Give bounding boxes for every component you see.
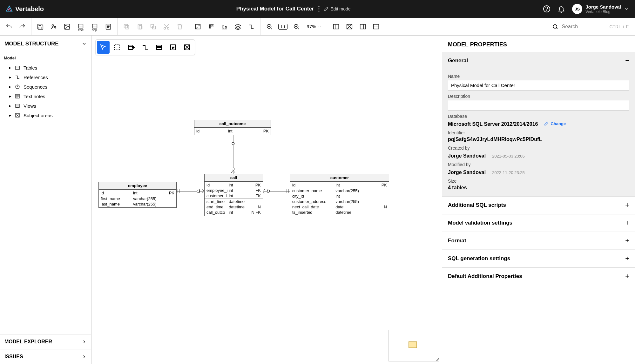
- table-customer[interactable]: customer idintPKcustomer_namevarchar(255…: [290, 174, 389, 216]
- section-format-header[interactable]: Format+: [442, 232, 635, 250]
- section-sql-generation-settings-header[interactable]: SQL generation settings+: [442, 250, 635, 267]
- table-column[interactable]: employee_iintFK: [205, 188, 263, 193]
- section-additional-sql-scripts-header[interactable]: Additional SQL scripts+: [442, 197, 635, 214]
- model-explorer-header[interactable]: MODEL EXPLORER: [0, 334, 91, 349]
- column-type: datetime: [229, 205, 249, 209]
- column-name: employee_i: [206, 188, 229, 193]
- user-name: Jorge Sandoval: [585, 4, 621, 10]
- user-menu[interactable]: JS Jorge Sandoval Vertabelo Blog: [572, 4, 629, 14]
- svg-rect-21: [210, 25, 211, 28]
- name-input[interactable]: [448, 80, 629, 91]
- xml-export-button[interactable]: [104, 22, 113, 31]
- column-type: varchar(255): [133, 196, 163, 201]
- table-column[interactable]: idintPK: [205, 182, 263, 188]
- table-column[interactable]: customer_namevarchar(255): [290, 188, 389, 193]
- table-column[interactable]: start_timedatetime: [205, 199, 263, 204]
- column-key: FK: [249, 188, 261, 193]
- svg-rect-27: [334, 24, 339, 29]
- tree-item-subject-areas[interactable]: ▸Subject areas: [4, 111, 87, 120]
- zoom-in-button[interactable]: [292, 22, 301, 31]
- minimap[interactable]: [388, 330, 439, 361]
- tree-item-tables[interactable]: ▸Tables: [4, 63, 87, 72]
- ref-icon: [15, 74, 20, 80]
- resize-handle-icon[interactable]: [435, 357, 440, 362]
- panel-layout-1-button[interactable]: [332, 22, 341, 31]
- cut-button[interactable]: [162, 22, 171, 31]
- delete-button[interactable]: [175, 22, 184, 31]
- table-column[interactable]: call_outcointN FK: [205, 210, 263, 215]
- table-column[interactable]: idintPK: [194, 128, 271, 134]
- tree-item-label: Subject areas: [24, 113, 53, 118]
- column-type: int: [229, 183, 249, 187]
- change-database-link[interactable]: Change: [544, 121, 566, 126]
- panel-layout-3-button[interactable]: [358, 22, 367, 31]
- chevron-down-icon: [318, 25, 321, 28]
- tree-item-text-notes[interactable]: ▸Text notes: [4, 91, 87, 101]
- table-column[interactable]: last_namevarchar(255): [99, 201, 176, 207]
- table-column[interactable]: end_timedatetimeN: [205, 204, 263, 210]
- table-call-outcome[interactable]: call_outcome idintPK: [194, 120, 271, 135]
- table-employee[interactable]: employee idintPKfirst_namevarchar(255)la…: [98, 182, 177, 208]
- bell-icon[interactable]: [557, 5, 565, 13]
- share-button[interactable]: [49, 22, 58, 31]
- name-label: Name: [448, 74, 629, 79]
- section-label: Additional SQL scripts: [448, 202, 506, 208]
- image-export-button[interactable]: [63, 22, 71, 31]
- column-name: city_id: [292, 194, 335, 199]
- column-name: last_name: [101, 202, 133, 206]
- left-panel: MODEL STRUCTURE Model ▸Tables▸References…: [0, 36, 91, 364]
- copy-button[interactable]: [122, 22, 131, 31]
- kebab-icon[interactable]: [318, 6, 320, 12]
- pdf-export-button[interactable]: PDF: [76, 22, 85, 31]
- paste-button[interactable]: [135, 22, 144, 31]
- table-column[interactable]: next_call_datedateN: [290, 204, 389, 210]
- tree-root[interactable]: Model: [4, 56, 87, 60]
- table-call[interactable]: call idintPKemployee_iintFKcustomer_iint…: [204, 174, 263, 216]
- section-model-validation-settings-header[interactable]: Model validation settings+: [442, 214, 635, 232]
- model-structure-header[interactable]: MODEL STRUCTURE: [0, 36, 91, 52]
- tree-item-views[interactable]: ▸Views: [4, 101, 87, 111]
- panel-layout-2-button[interactable]: [345, 22, 354, 31]
- column-key: [375, 188, 387, 193]
- route-button[interactable]: [247, 22, 256, 31]
- chevron-right-icon: [82, 339, 87, 344]
- zoom-out-button[interactable]: [265, 22, 274, 31]
- table-column[interactable]: first_namevarchar(255): [99, 196, 176, 201]
- zoom-ratio-button[interactable]: 1:1: [278, 24, 287, 30]
- align-top-button[interactable]: [207, 22, 216, 31]
- redo-button[interactable]: [18, 22, 27, 31]
- panel-layout-4-button[interactable]: [372, 22, 381, 31]
- duplicate-button[interactable]: [149, 22, 158, 31]
- table-column[interactable]: customer_iintFK: [205, 193, 263, 199]
- svg-rect-24: [225, 26, 226, 28]
- table-column[interactable]: idintPK: [99, 190, 176, 196]
- table-column[interactable]: idintPK: [290, 182, 389, 188]
- expand-button[interactable]: [193, 22, 202, 31]
- column-type: int: [133, 191, 163, 195]
- description-input[interactable]: [448, 100, 629, 111]
- table-column[interactable]: ts_inserteddatetime: [290, 210, 389, 215]
- section-default-additional-properties-header[interactable]: Default Additional Properties+: [442, 268, 635, 285]
- section-general-header[interactable]: General −: [442, 52, 635, 69]
- align-bottom-button[interactable]: [220, 22, 229, 31]
- help-icon[interactable]: [543, 5, 551, 13]
- undo-button[interactable]: [4, 22, 13, 31]
- search-input[interactable]: [562, 24, 606, 30]
- table-column[interactable]: city_idint: [290, 193, 389, 199]
- modified-by-name: Jorge Sandoval: [448, 170, 486, 175]
- tree-item-sequences[interactable]: ▸Sequences: [4, 82, 87, 91]
- save-button[interactable]: [36, 22, 45, 31]
- edit-mode-toggle[interactable]: Edit mode: [324, 6, 350, 11]
- table-column[interactable]: customer_addressvarchar(255): [290, 199, 389, 204]
- column-name: customer_name: [292, 188, 335, 193]
- column-key: PK: [249, 183, 261, 187]
- sql-export-button[interactable]: SQL: [90, 22, 99, 31]
- tree-item-references[interactable]: ▸References: [4, 72, 87, 82]
- canvas[interactable]: call_outcome idintPK call idintPKemploye…: [91, 36, 442, 364]
- layers-button[interactable]: [233, 22, 242, 31]
- zoom-level-dropdown[interactable]: 97%: [305, 24, 322, 29]
- issues-header[interactable]: ISSUES: [0, 349, 91, 364]
- column-type: varchar(255): [335, 199, 375, 204]
- brand-logo[interactable]: Vertabelo: [6, 5, 44, 13]
- main-toolbar: PDF SQL 1:1 97% CTRL + F: [0, 18, 635, 36]
